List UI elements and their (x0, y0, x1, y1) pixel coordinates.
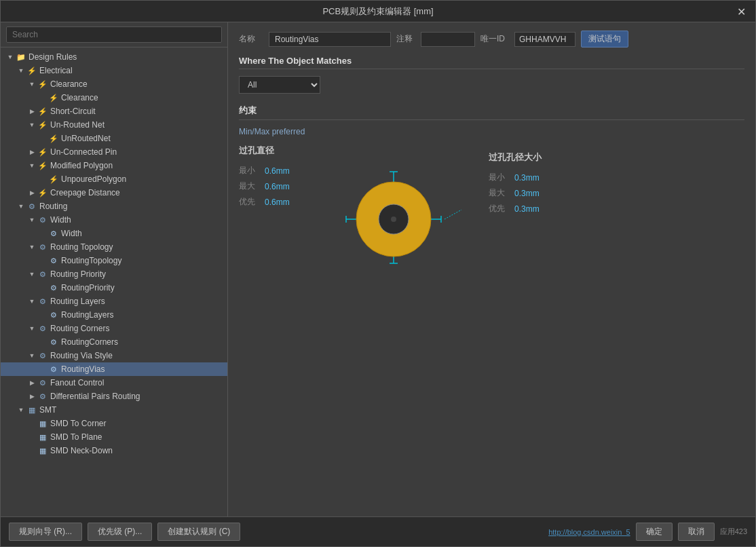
test-btn[interactable]: 测试语句 (581, 31, 628, 48)
label-smd-corner: SMD To Corner (50, 419, 106, 428)
icon-routing-vias: ⚙ (48, 364, 59, 375)
label-creepage-distance: Creepage Distance (50, 188, 120, 197)
toggle-width-group: ▼ (28, 216, 36, 224)
priority-btn[interactable]: 优先级 (P)... (88, 523, 152, 541)
label-diff-pairs: Differential Pairs Routing (50, 392, 140, 401)
tree-item-electrical[interactable]: ▼ ⚡ Electrical (1, 64, 227, 77)
icon-modified-polygon: ⚡ (37, 160, 48, 171)
tree-item-routing-vias[interactable]: ⚙ RoutingVias (1, 362, 227, 376)
tree-item-routing-topology-item[interactable]: ⚙ RoutingTopology (1, 254, 227, 267)
via-diameter-min-value: 0.6mm (265, 166, 299, 176)
via-diameter-title: 过孔直径 (239, 145, 299, 157)
toggle-smt: ▼ (17, 406, 25, 414)
label-routing-via-style: Routing Via Style (50, 351, 113, 360)
tree-item-short-circuit[interactable]: ▶ ⚡ Short-Circuit (1, 105, 227, 118)
create-default-btn[interactable]: 创建默认规则 (C) (157, 523, 240, 541)
label-clearance: Clearance (61, 93, 98, 102)
label-routing-topology: Routing Topology (50, 242, 113, 252)
comment-label: 注释 (396, 33, 415, 45)
window-title: PCB规则及约束编辑器 [mm] (322, 5, 433, 18)
tree-item-clearance-group[interactable]: ▼ ⚡ Clearance (1, 77, 227, 91)
tree-container: ▼ 📁 Design Rules ▼ ⚡ Electrical ▼ ⚡ Clea… (1, 48, 227, 516)
tree-item-routing-via-style[interactable]: ▼ ⚙ Routing Via Style (1, 349, 227, 362)
label-routing-layers-item: RoutingLayers (61, 310, 113, 320)
toggle-routing-corners-item (39, 338, 47, 346)
label-unpoured-polygon: UnpouredPolygon (61, 174, 126, 184)
right-panel: 名称 注释 唯一ID 测试语句 Where The Object Matches… (228, 22, 755, 516)
hole-size-title: 过孔孔径大小 (489, 151, 548, 164)
via-diameter-min-row: 最小 0.6mm (239, 165, 299, 176)
icon-unpoured-polygon: ⚡ (48, 174, 59, 185)
constraint-subtitle: Min/Max preferred (239, 127, 744, 136)
icon-routing-priority-item: ⚙ (48, 282, 59, 293)
name-input[interactable] (269, 32, 391, 47)
tree-item-routing-topology[interactable]: ▼ ⚙ Routing Topology (1, 240, 227, 254)
constraint-section: 约束 Min/Max preferred 过孔直径 最小 0.6mm 最大 0.… (239, 105, 744, 508)
cancel-btn[interactable]: 取消 (678, 523, 715, 541)
tree-item-smd-neck-down[interactable]: ▦ SMD Neck-Down (1, 444, 227, 457)
label-smd-plane: SMD To Plane (50, 432, 102, 442)
comment-input[interactable] (421, 32, 475, 47)
label-design-rules: Design Rules (29, 52, 77, 62)
via-diagram (326, 151, 461, 287)
tree-item-smd-corner[interactable]: ▦ SMD To Corner (1, 417, 227, 430)
tree-item-diff-pairs[interactable]: ▶ ⚙ Differential Pairs Routing (1, 390, 227, 403)
hole-size-min-label: 最小 (489, 172, 509, 183)
match-dropdown[interactable]: All Net Net Class Layer (239, 76, 320, 94)
tree-item-clearance[interactable]: ⚡ Clearance (1, 91, 227, 105)
toggle-unrouted-net (39, 134, 47, 143)
hole-size-pref-value: 0.3mm (514, 204, 548, 214)
tree-item-smt[interactable]: ▼ ▦ SMT (1, 403, 227, 417)
icon-clearance: ⚡ (48, 92, 59, 103)
tree-item-creepage-distance[interactable]: ▶ ⚡ Creepage Distance (1, 186, 227, 200)
toggle-smd-corner (28, 419, 36, 428)
confirm-btn[interactable]: 确定 (636, 523, 673, 541)
tree-item-un-connected-pin[interactable]: ▶ ⚡ Un-Connected Pin (1, 145, 227, 159)
label-clearance-group: Clearance (50, 79, 88, 89)
icon-diff-pairs: ⚙ (37, 391, 48, 402)
tree-item-design-rules[interactable]: ▼ 📁 Design Rules (1, 50, 227, 64)
label-width: Width (61, 229, 82, 238)
tree-item-fanout-control[interactable]: ▶ ⚙ Fanout Control (1, 376, 227, 390)
icon-unrouted-net: ⚡ (48, 133, 59, 144)
toggle-un-routed-net: ▼ (28, 121, 36, 129)
tree-item-routing[interactable]: ▼ ⚙ Routing (1, 200, 227, 213)
hole-size-pref-label: 优先 (489, 203, 509, 214)
tree-item-unrouted-net[interactable]: ⚡ UnRoutedNet (1, 132, 227, 145)
tree-item-routing-layers[interactable]: ▼ ⚙ Routing Layers (1, 295, 227, 308)
tree-item-routing-priority[interactable]: ▼ ⚙ Routing Priority (1, 267, 227, 281)
toggle-width (39, 229, 47, 238)
tree-item-width[interactable]: ⚙ Width (1, 227, 227, 240)
via-diameter-min-label: 最小 (239, 165, 259, 176)
toggle-smd-plane (28, 433, 36, 441)
main-window: PCB规则及约束编辑器 [mm] ✕ ▼ 📁 Design Rules ▼ ⚡ … (0, 0, 756, 547)
hole-size-max-label: 最大 (489, 187, 509, 199)
label-smd-neck-down: SMD Neck-Down (50, 446, 113, 455)
url-link[interactable]: http://blog.csdn.weixin_5 (548, 528, 630, 536)
icon-width-group: ⚙ (37, 214, 48, 225)
tree-item-routing-corners-item[interactable]: ⚙ RoutingCorners (1, 335, 227, 349)
svg-line-11 (445, 202, 461, 219)
icon-routing-layers-item: ⚙ (48, 309, 59, 320)
toggle-routing-corners: ▼ (28, 324, 36, 333)
tree-item-modified-polygon[interactable]: ▼ ⚡ Modified Polygon (1, 159, 227, 172)
icon-creepage-distance: ⚡ (37, 187, 48, 198)
tree-item-routing-priority-item[interactable]: ⚙ RoutingPriority (1, 281, 227, 295)
tree-item-routing-corners[interactable]: ▼ ⚙ Routing Corners (1, 322, 227, 335)
label-modified-polygon: Modified Polygon (50, 161, 113, 170)
tree-item-un-routed-net[interactable]: ▼ ⚡ Un-Routed Net (1, 118, 227, 132)
rules-wizard-btn[interactable]: 规则向导 (R)... (9, 523, 82, 541)
search-input[interactable] (6, 26, 222, 43)
toggle-routing-topology-item (39, 257, 47, 265)
tree-item-width-group[interactable]: ▼ ⚙ Width (1, 213, 227, 227)
unique-id-input[interactable] (514, 32, 575, 47)
icon-fanout-control: ⚙ (37, 377, 48, 388)
close-button[interactable]: ✕ (733, 3, 750, 19)
bottom-left: 规则向导 (R)... 优先级 (P)... 创建默认规则 (C) (9, 523, 240, 541)
tree-item-smd-plane[interactable]: ▦ SMD To Plane (1, 430, 227, 444)
tree-item-unpoured-polygon[interactable]: ⚡ UnpouredPolygon (1, 172, 227, 186)
tree-item-routing-layers-item[interactable]: ⚙ RoutingLayers (1, 308, 227, 322)
toggle-diff-pairs: ▶ (28, 392, 36, 400)
match-section: Where The Object Matches All Net Net Cla… (239, 56, 744, 94)
toggle-routing-vias (39, 365, 47, 373)
